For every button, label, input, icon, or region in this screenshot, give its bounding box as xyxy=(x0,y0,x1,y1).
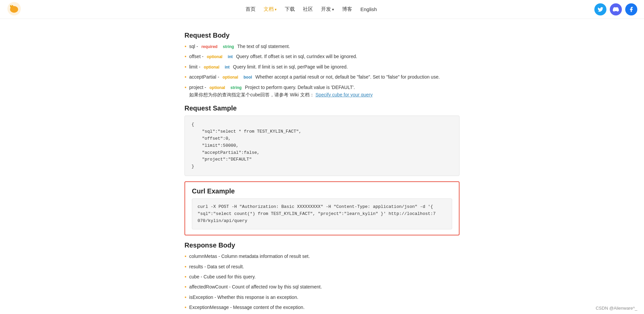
response-body-list: ● columnMetas - Column metadata informat… xyxy=(184,253,460,314)
param-limit-name: limit xyxy=(189,64,198,70)
bullet-acceptpartial: ● xyxy=(184,74,186,80)
param-project: ● project - optional string Project to p… xyxy=(184,84,460,99)
navbar: 首页 文档 下载 社区 开发 博客 English xyxy=(0,0,644,19)
nav-dev[interactable]: 开发 xyxy=(321,6,334,12)
social-icons xyxy=(594,3,637,15)
param-acceptpartial-type: bool xyxy=(242,74,253,81)
discord-icon[interactable] xyxy=(610,3,622,15)
nav-links: 首页 文档 下载 社区 开发 博客 English xyxy=(28,6,594,12)
bullet-isexception: ● xyxy=(184,295,186,300)
param-offset-name: offset xyxy=(189,54,201,59)
nav-home[interactable]: 首页 xyxy=(246,6,256,12)
param-project-name: project xyxy=(189,85,203,90)
bullet-columnmetas: ● xyxy=(184,254,186,259)
facebook-icon[interactable] xyxy=(625,3,637,15)
param-project-extra: 如果你想为你的查询指定某个cube回答，请参考 Wiki 文档： xyxy=(189,92,314,97)
bullet-cube: ● xyxy=(184,274,186,279)
param-offset-optional: optional xyxy=(206,54,224,60)
nav-community[interactable]: 社区 xyxy=(303,6,313,12)
curl-example-section: Curl Example curl -X POST -H "Authorizat… xyxy=(184,181,460,235)
request-sample-section: Request Sample { "sql":"select * from TE… xyxy=(184,104,460,176)
bullet-affectedrowcount: ● xyxy=(184,284,186,289)
bottom-right-label: CSDN @Alienware^_ xyxy=(596,306,637,311)
response-item-columnmetas: ● columnMetas - Column metadata informat… xyxy=(184,253,460,260)
response-affectedrowcount-text: affectedRowCount - Count of affected row… xyxy=(189,283,322,290)
param-project-link[interactable]: Specify cube for your query xyxy=(316,92,373,97)
main-content: Request Body ● sql - required string The… xyxy=(171,19,473,314)
param-limit-optional: optional xyxy=(202,64,221,71)
param-limit-desc: Query limit. If limit is set in sql, per… xyxy=(233,64,348,70)
param-sql-desc: The text of sql statement. xyxy=(237,44,290,49)
response-item-results: ● results - Data set of result. xyxy=(184,263,460,270)
response-columnmetas-text: columnMetas - Column metadata informatio… xyxy=(189,253,310,260)
response-item-isexception: ● isException - Whether this response is… xyxy=(184,294,460,301)
param-sql-dash: - xyxy=(197,44,200,49)
twitter-icon[interactable] xyxy=(594,3,606,15)
bullet-limit: ● xyxy=(184,64,186,70)
request-body-section: Request Body ● sql - required string The… xyxy=(184,32,460,98)
response-cube-text: cube - Cube used for this query. xyxy=(189,273,256,280)
svg-point-3 xyxy=(10,5,12,7)
request-sample-code: { "sql":"select * from TEST_KYLIN_FACT",… xyxy=(184,116,460,176)
curl-example-code: curl -X POST -H "Authorization: Basic XX… xyxy=(192,198,452,229)
param-limit-type: int xyxy=(223,64,231,71)
svg-point-4 xyxy=(11,5,12,6)
response-results-text: results - Data set of result. xyxy=(189,263,244,270)
param-sql-name: sql xyxy=(189,44,195,49)
nav-docs[interactable]: 文档 xyxy=(264,6,277,12)
response-item-affectedrowcount: ● affectedRowCount - Count of affected r… xyxy=(184,283,460,290)
response-body-title: Response Body xyxy=(184,241,460,249)
param-offset-type: int xyxy=(226,54,234,60)
request-body-params: ● sql - required string The text of sql … xyxy=(184,43,460,98)
response-body-section: Response Body ● columnMetas - Column met… xyxy=(184,241,460,314)
param-project-type: string xyxy=(229,85,243,91)
param-acceptpartial-desc: Whether accept a partial result or not, … xyxy=(255,74,440,80)
response-exceptionmessage-text: ExceptionMessage - Message content of th… xyxy=(189,304,305,311)
response-item-cube: ● cube - Cube used for this query. xyxy=(184,273,460,280)
request-sample-title: Request Sample xyxy=(184,104,460,112)
param-acceptpartial-name: acceptPartial xyxy=(189,74,216,80)
logo[interactable] xyxy=(7,1,28,17)
param-sql-required: required xyxy=(200,44,219,50)
nav-download[interactable]: 下载 xyxy=(285,6,295,12)
param-limit: ● limit - optional int Query limit. If l… xyxy=(184,63,460,71)
param-offset: ● offset - optional int Query offset. If… xyxy=(184,53,460,60)
bullet-offset: ● xyxy=(184,54,186,59)
response-isexception-text: isException - Whether this response is a… xyxy=(189,294,298,301)
bullet-exceptionmessage: ● xyxy=(184,305,186,310)
param-project-desc: Project to perform query. Default value … xyxy=(245,85,355,90)
bullet-project: ● xyxy=(184,85,186,90)
nav-blog[interactable]: 博客 xyxy=(342,6,352,12)
param-sql: ● sql - required string The text of sql … xyxy=(184,43,460,50)
param-acceptpartial-optional: optional xyxy=(221,74,239,81)
bullet-sql: ● xyxy=(184,44,186,49)
param-offset-desc: Query offset. If offset is set in sql, c… xyxy=(236,54,357,59)
param-sql-type: string xyxy=(221,44,235,50)
nav-english[interactable]: English xyxy=(360,6,377,12)
response-item-exceptionmessage: ● ExceptionMessage - Message content of … xyxy=(184,304,460,311)
request-body-title: Request Body xyxy=(184,32,460,39)
bullet-results: ● xyxy=(184,264,186,269)
param-acceptpartial: ● acceptPartial - optional bool Whether … xyxy=(184,73,460,81)
param-project-optional: optional xyxy=(208,85,227,91)
curl-example-title: Curl Example xyxy=(192,187,452,195)
